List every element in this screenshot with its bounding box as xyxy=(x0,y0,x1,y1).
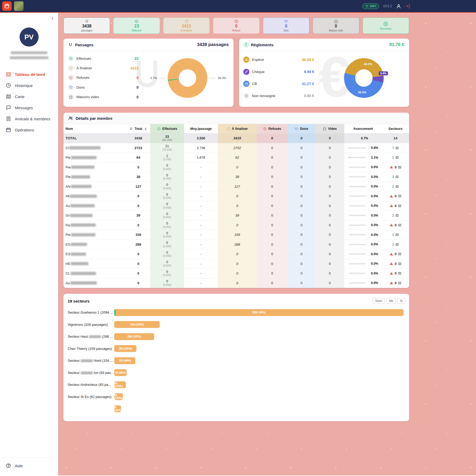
reglements-chart-zone: € 44.1% 5.4% 50.5% xyxy=(318,51,409,105)
sector-bar[interactable]: 153 (99%) xyxy=(114,357,135,364)
sidebar-item-carte[interactable]: Carte xyxy=(0,91,58,102)
stat-value: 3415 xyxy=(130,66,139,70)
stat-card-nouveau[interactable]: Nouveau xyxy=(363,17,409,34)
stat-card-passages[interactable]: 3438passages xyxy=(63,17,110,34)
table-row[interactable]: Gr390(0.00€)-390000.0%1 xyxy=(63,211,409,221)
col-header-avancement[interactable]: Avancement xyxy=(344,124,382,133)
table-row[interactable]: AN1270(0.00€)-1270000.0%2 xyxy=(63,182,409,192)
cell-refuses: 0 xyxy=(257,172,288,182)
col-header-vides[interactable]: Vides xyxy=(315,124,344,133)
cell-refuses: 0 xyxy=(257,259,288,269)
col-header-moy[interactable]: Moy./passage xyxy=(184,124,218,133)
table-header-row: NomTotalEffectuésMoy./passageÀ finaliser… xyxy=(63,124,409,134)
stat-label: Dons xyxy=(76,85,85,89)
passages-donut-chart[interactable] xyxy=(168,58,207,98)
user-icon[interactable] xyxy=(396,4,401,9)
sector-bar[interactable]: 159 (100%) xyxy=(114,345,136,352)
table-row[interactable]: Pie380(0.00€)-380000.0%3 xyxy=(63,172,409,182)
cell-a-finaliser: 0 xyxy=(218,163,257,172)
logout-icon[interactable] xyxy=(405,4,410,9)
sector-bar[interactable]: 90 (96%) xyxy=(114,369,127,376)
stat-card-don[interactable]: 0Don xyxy=(263,17,309,34)
table-row[interactable]: Pie1590(0.00€)-1590000.0%1 xyxy=(63,230,409,240)
table-total-row[interactable]: TOTAL343823(81.76€)3.55€34150000.7%14 xyxy=(63,134,409,143)
col-header-label: Total xyxy=(135,127,142,131)
stat-card-refuse[interactable]: 0Refusé xyxy=(213,17,259,34)
sector-count: 1 xyxy=(392,233,394,237)
wifi-status-badge[interactable]: WIFI xyxy=(362,3,379,9)
secteurs-sort-item-button[interactable]: % xyxy=(397,298,405,304)
passages-panel: Passages 3438 passages Effectués23À fina… xyxy=(63,39,234,107)
cell-refuses: 0 xyxy=(257,163,288,172)
cell-a-finaliser: 159 xyxy=(218,230,257,240)
col-header-total[interactable]: Total xyxy=(126,124,150,133)
banknote-icon xyxy=(245,58,248,62)
heart-icon xyxy=(295,127,298,131)
secteurs-sort-nb-button[interactable]: Nb xyxy=(386,298,396,304)
sidebar-item-messages[interactable]: Messages xyxy=(0,102,58,113)
cell-total: 2723 xyxy=(126,143,150,153)
cell-moyenne: 3.73€ xyxy=(184,143,218,153)
sidebar-item-tableau-de-bord[interactable]: Tableau de bord xyxy=(0,69,58,80)
sector-bar[interactable]: 83 (100%) xyxy=(114,381,126,388)
sidebar-item-historique[interactable]: Historique xyxy=(0,80,58,91)
table-row[interactable]: All00(0.00€)-00000.0%0 xyxy=(63,191,409,201)
refresh-icon xyxy=(185,19,189,23)
col-header-refuses[interactable]: Refusés xyxy=(257,124,288,133)
col-header-secteurs[interactable]: Secteurs xyxy=(382,124,409,133)
table-row[interactable]: Pa00(0.00€)-00000.0%0 xyxy=(63,221,409,230)
cell-avancement: 0.0% xyxy=(344,182,382,191)
col-header-dons[interactable]: Dons xyxy=(288,124,315,133)
col-header-finaliser[interactable]: À finaliser xyxy=(218,124,257,133)
check-icon xyxy=(69,57,73,60)
details-table: NomTotalEffectuésMoy./passageÀ finaliser… xyxy=(63,124,409,288)
warning-icon xyxy=(390,194,393,198)
progress-track xyxy=(349,147,366,149)
cell-refuses: 0 xyxy=(257,249,288,259)
table-row[interactable]: HE00(0.00€)-00000.0%0 xyxy=(63,259,409,269)
app-logo-icon[interactable] xyxy=(2,1,12,11)
sector-bar[interactable]: 328 (100%) xyxy=(114,321,160,328)
table-row[interactable]: Au00(0.00€)-00000.0%0 xyxy=(63,278,409,288)
cell-avancement: 0.0% xyxy=(344,269,382,278)
table-row[interactable]: CL00(0.00€)-00000.0%0 xyxy=(63,269,409,278)
stat-card-effectue[interactable]: 23Effectué xyxy=(113,17,160,34)
table-row[interactable]: Pie00(0.00€)-00000.0%0 xyxy=(63,163,409,172)
stat-card-value: 0 xyxy=(285,24,287,29)
col-header-effectues[interactable]: Effectués xyxy=(150,124,184,133)
sector-bar-done-tip xyxy=(114,309,116,316)
col-header-nom[interactable]: Nom xyxy=(63,124,126,133)
stat-card-maison-vide[interactable]: 0Maison vide xyxy=(313,17,359,34)
sidebar-item-amicale-membres[interactable]: Amicale & membres xyxy=(0,113,58,124)
sector-count: 0 xyxy=(395,252,396,256)
secteurs-sort-nom-button[interactable]: Nom xyxy=(373,298,385,304)
sector-bar[interactable]: 2080 (99%) xyxy=(114,309,404,316)
sector-count: 1 xyxy=(392,155,394,159)
sidebar-collapse-icon[interactable] xyxy=(51,16,55,22)
operations-icon xyxy=(6,127,11,132)
cell-vides: 0 xyxy=(315,211,344,220)
sector-bar[interactable]: 62 (100%) xyxy=(114,393,123,400)
cell-refuses: 0 xyxy=(257,191,288,201)
table-row[interactable]: Pie642(3.33€)1.67€620003.1%1 xyxy=(63,153,409,163)
col-header-label: Refusés xyxy=(268,127,281,131)
table-row[interactable]: ES00(0.00€)-00000.0%0 xyxy=(63,249,409,259)
table-row[interactable]: Cl272321(78.43€)3.73€27020000.8%7 xyxy=(63,143,409,153)
stat-card-a-finaliser[interactable]: 3415À finaliser xyxy=(163,17,210,34)
sidebar-item-aide[interactable]: Aide xyxy=(0,460,58,471)
sort-desc-icon[interactable] xyxy=(144,127,147,130)
stat-card-label: Refusé xyxy=(232,29,241,32)
sidebar-item-operations[interactable]: Opérations xyxy=(0,124,58,135)
warning-icon xyxy=(390,223,393,227)
org-photo[interactable] xyxy=(14,1,24,11)
donut-label-cheque: 5.4% xyxy=(379,71,388,75)
sector-bar[interactable]: 288 (100%) xyxy=(114,333,154,340)
sector-bar[interactable]: 44 (100%) xyxy=(114,405,121,412)
table-row[interactable]: Au00(0.00€)-00000.0%0 xyxy=(63,201,409,211)
member-name-redacted xyxy=(71,166,94,169)
table-row[interactable]: ES2880(0.00€)-2880000.0%1 xyxy=(63,240,409,250)
cell-secteurs: 1 xyxy=(382,153,409,162)
cell-a-finaliser: 0 xyxy=(218,269,257,278)
stat-card-value: 0 xyxy=(235,24,237,29)
map-icon xyxy=(395,146,399,150)
